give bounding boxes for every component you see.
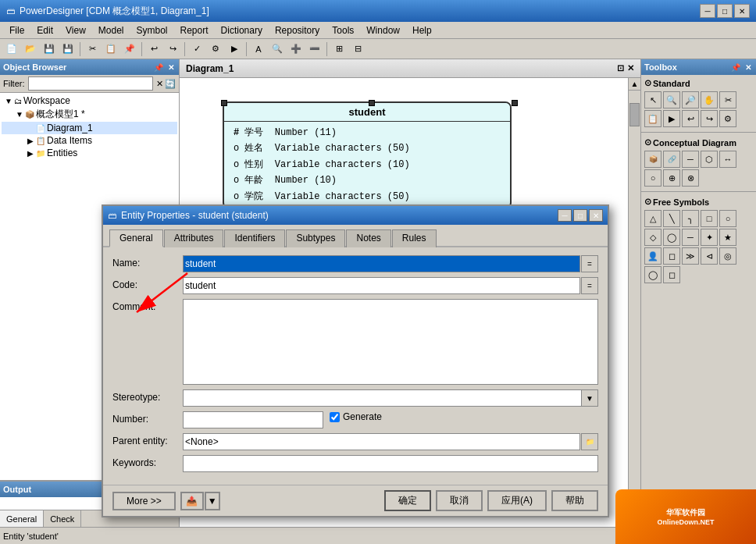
export-button[interactable]: 📤 — [180, 492, 204, 510]
code-row: Code: = — [112, 277, 598, 294]
dialog-title-left: 🗃 Entity Properties - student (student) — [108, 210, 269, 221]
dialog-minimize-button[interactable]: ─ — [558, 209, 572, 222]
tab-notes[interactable]: Notes — [346, 229, 390, 247]
name-label: Name: — [112, 255, 183, 268]
keywords-input[interactable] — [183, 455, 598, 472]
dialog-close-button[interactable]: ✕ — [589, 209, 603, 222]
footer-right: 确定 取消 应用(A) 帮助 — [384, 490, 598, 511]
stereotype-row: Stereotype: ▼ — [112, 389, 598, 407]
number-input[interactable] — [183, 411, 323, 428]
modal-overlay: 🗃 Entity Properties - student (student) … — [0, 0, 756, 544]
ok-button[interactable]: 确定 — [384, 490, 431, 511]
stereotype-dropdown[interactable]: ▼ — [581, 389, 598, 407]
more-button[interactable]: More >> — [112, 492, 176, 510]
generate-label: Generate — [330, 411, 382, 422]
parent-row: Parent entity: 📁 — [112, 433, 598, 450]
comment-textarea[interactable] — [183, 299, 598, 385]
apply-button[interactable]: 应用(A) — [487, 490, 547, 511]
dialog-icon: 🗃 — [108, 211, 116, 220]
parent-input[interactable] — [183, 433, 580, 450]
stereotype-label: Stereotype: — [112, 389, 183, 403]
tab-rules[interactable]: Rules — [392, 229, 437, 247]
tab-attributes[interactable]: Attributes — [164, 229, 224, 247]
dialog-title: Entity Properties - student (student) — [121, 210, 269, 221]
dialog-content: Name: = Code: = Comment: Stereotype: — [103, 247, 608, 485]
export-dropdown[interactable]: ▼ — [205, 492, 220, 510]
stereotype-input[interactable] — [183, 389, 598, 407]
cancel-button[interactable]: 取消 — [436, 490, 483, 511]
dialog-tabs: General Attributes Identifiers Subtypes … — [103, 225, 608, 247]
dialog-title-bar: 🗃 Entity Properties - student (student) … — [103, 206, 608, 225]
number-label: Number: — [112, 411, 183, 425]
footer-left: More >> 📤 ▼ — [112, 492, 220, 510]
name-btn[interactable]: = — [581, 255, 598, 272]
watermark: 华军软件园 OnlineDown.NET — [615, 489, 756, 544]
comment-label: Comment: — [112, 299, 183, 312]
generate-checkbox[interactable] — [330, 412, 340, 422]
code-label: Code: — [112, 277, 183, 290]
help-button[interactable]: 帮助 — [551, 490, 598, 511]
name-row: Name: = — [112, 255, 598, 272]
entity-properties-dialog: 🗃 Entity Properties - student (student) … — [102, 204, 609, 517]
parent-label: Parent entity: — [112, 433, 183, 446]
code-input[interactable] — [183, 277, 580, 294]
keywords-label: Keywords: — [112, 455, 183, 468]
code-btn[interactable]: = — [581, 277, 598, 294]
dialog-footer: More >> 📤 ▼ 确定 取消 应用(A) 帮助 — [103, 485, 608, 516]
dialog-controls: ─ □ ✕ — [558, 209, 603, 222]
tab-subtypes[interactable]: Subtypes — [286, 229, 345, 247]
tab-general[interactable]: General — [109, 229, 163, 247]
number-row: Number: Generate — [112, 411, 598, 428]
comment-row: Comment: — [112, 299, 598, 385]
dialog-maximize-button[interactable]: □ — [573, 209, 587, 222]
generate-text: Generate — [343, 411, 382, 422]
parent-browse-button[interactable]: 📁 — [581, 433, 598, 450]
export-buttons: 📤 ▼ — [180, 492, 220, 510]
tab-identifiers[interactable]: Identifiers — [224, 229, 285, 247]
keywords-row: Keywords: — [112, 455, 598, 472]
name-input[interactable] — [183, 255, 580, 272]
